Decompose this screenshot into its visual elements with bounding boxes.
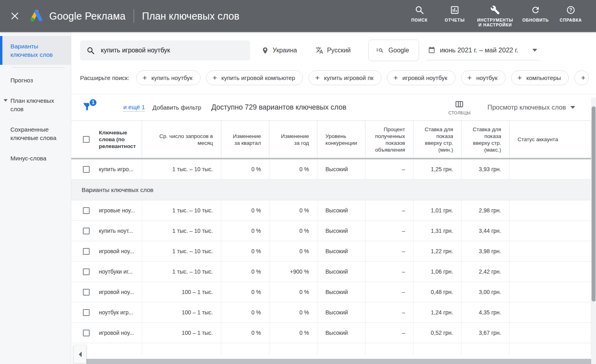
table-row: игровой ноу...100 – 1 тыс.0 %0 %Высокий–… bbox=[71, 323, 591, 343]
topbar-help-button[interactable]: ? СПРАВКА bbox=[555, 4, 586, 24]
keyword-cell: игровой ноу... bbox=[71, 241, 142, 261]
select-all-checkbox[interactable] bbox=[83, 136, 90, 143]
column-header[interactable]: Ключевые слова (по релевантност bbox=[71, 121, 142, 158]
row-checkbox[interactable] bbox=[83, 289, 90, 296]
cell-status bbox=[510, 323, 591, 343]
main-content: купить игровой ноутбук Украина Русский G… bbox=[71, 32, 596, 364]
cell-bid_min: 1,31 грн. bbox=[413, 221, 462, 241]
view-selector[interactable]: Просмотр ключевых слов bbox=[488, 104, 575, 111]
google-ads-logo: Google Реклама bbox=[29, 8, 126, 24]
cell-change_year: 0 % bbox=[269, 302, 317, 322]
chevron-down-icon[interactable] bbox=[4, 99, 8, 102]
cell-change_quarter bbox=[221, 343, 269, 355]
table-row-partial bbox=[71, 343, 591, 355]
cell-status bbox=[510, 262, 591, 282]
topbar-tools-button[interactable]: ИНСТРУМЕНТЫ И НАСТРОЙКИ bbox=[474, 4, 516, 29]
vertical-scrollbar[interactable] bbox=[591, 98, 596, 364]
sidebar-item-saved-keywords[interactable]: Сохраненные ключевые слова bbox=[0, 119, 71, 148]
cell-status bbox=[510, 200, 591, 220]
row-checkbox[interactable] bbox=[83, 207, 90, 214]
cell-bid_min: 1,06 грн. bbox=[413, 262, 462, 282]
cell-competition bbox=[317, 343, 365, 355]
date-range-selector[interactable]: июнь 2021 г. – май 2022 г. bbox=[426, 41, 540, 60]
keyword-chip[interactable]: +игровой ноутбук bbox=[387, 70, 456, 85]
cell-change_year: 0 % bbox=[269, 159, 317, 179]
topbar-search-button[interactable]: ПОИСК bbox=[404, 4, 435, 24]
cell-impr_share: – bbox=[365, 302, 413, 322]
row-checkbox[interactable] bbox=[83, 268, 90, 275]
chevron-down-icon bbox=[532, 49, 537, 52]
cell-impr_share: – bbox=[365, 323, 413, 343]
keyword-chip[interactable]: +купить ноутбук bbox=[136, 70, 201, 85]
keyword-cell: игровой ноу... bbox=[71, 323, 142, 343]
column-header[interactable]: Ставка для показа вверху стр. (мин.) bbox=[413, 121, 462, 158]
cell-searches: 1 тыс. – 10 тыс. bbox=[142, 159, 221, 179]
ads-logo-icon bbox=[29, 8, 44, 24]
filter-count-badge: 1 bbox=[89, 98, 97, 107]
row-checkbox[interactable] bbox=[83, 248, 90, 255]
column-header[interactable]: Статус аккаунта bbox=[510, 121, 591, 158]
cell-change_quarter: 0 % bbox=[221, 262, 269, 282]
column-header[interactable]: Изменение за год bbox=[269, 121, 317, 158]
chevron-down-icon bbox=[570, 106, 575, 109]
plus-icon: + bbox=[393, 74, 398, 82]
table-row: купить ноут...1 тыс. – 10 тыс.0 %0 %Высо… bbox=[71, 221, 591, 241]
cell-change_year bbox=[269, 343, 317, 355]
cell-status bbox=[510, 302, 591, 322]
sidebar-item-forecast[interactable]: Прогноз bbox=[0, 70, 71, 90]
filter-bar: 1 и ещё 1 Добавить фильтр Доступно 729 в… bbox=[71, 94, 596, 121]
columns-button[interactable]: СТОЛБЦЫ bbox=[448, 100, 471, 115]
vertical-scrollbar-thumb[interactable] bbox=[592, 106, 596, 302]
refresh-icon bbox=[531, 5, 540, 15]
keyword-chip[interactable]: +купить игровой пк bbox=[309, 70, 381, 85]
cell-change_quarter: 0 % bbox=[221, 323, 269, 343]
column-header[interactable]: Уровень конкуренции bbox=[317, 121, 365, 158]
close-icon[interactable] bbox=[6, 8, 23, 24]
cell-change_year: +900 % bbox=[269, 262, 317, 282]
horizontal-scrollbar[interactable] bbox=[86, 359, 596, 364]
keyword-cell: купить ноут... bbox=[71, 221, 142, 241]
toolbar: купить игровой ноутбук Украина Русский G… bbox=[71, 32, 596, 69]
keyword-chip[interactable]: +купить игровой компьютер bbox=[206, 70, 303, 85]
filter-funnel-icon[interactable]: 1 bbox=[82, 101, 94, 114]
add-filter-button[interactable]: Добавить фильтр bbox=[153, 104, 201, 111]
topbar-reports-button[interactable]: ОТЧЕТЫ bbox=[439, 4, 470, 24]
network-selector[interactable]: Google bbox=[368, 40, 419, 61]
table-body: купить игро...1 тыс. – 10 тыс.0 %0 %Высо… bbox=[71, 159, 591, 355]
column-header[interactable]: Изменение за квартал bbox=[221, 121, 269, 158]
location-pin-icon bbox=[261, 47, 269, 54]
sidebar-item-negative-keywords[interactable]: Минус-слова bbox=[0, 148, 71, 168]
cell-change_year: 0 % bbox=[269, 241, 317, 261]
column-header[interactable]: Процент полученных показов объявления bbox=[365, 121, 413, 158]
sidebar-item-keyword-plan[interactable]: План ключевых слов bbox=[0, 90, 71, 119]
row-checkbox[interactable] bbox=[83, 309, 90, 316]
more-filters-link[interactable]: и ещё 1 bbox=[123, 104, 145, 112]
column-header[interactable]: Ср. число запросов в месяц bbox=[142, 121, 221, 158]
table-row: игровые ноу...1 тыс. – 10 тыс.0 %0 %Высо… bbox=[71, 200, 591, 221]
sidebar-item-keyword-ideas[interactable]: Варианты ключевых слов bbox=[0, 36, 71, 65]
column-header[interactable]: Ставка для показа вверху стр. (макс.) bbox=[462, 121, 510, 158]
row-checkbox[interactable] bbox=[83, 228, 90, 234]
row-checkbox[interactable] bbox=[83, 330, 90, 336]
plus-icon: + bbox=[468, 74, 472, 82]
cell-impr_share: – bbox=[365, 241, 413, 261]
cell-bid_max: 3,67 грн. bbox=[462, 323, 510, 343]
top-bar: Google Реклама План ключевых слов ПОИСК … bbox=[0, 0, 596, 32]
horizontal-scrollbar-thumb[interactable] bbox=[86, 359, 596, 364]
svg-text:?: ? bbox=[569, 7, 572, 13]
plus-icon: + bbox=[315, 74, 319, 82]
section-header: Варианты ключевых слов bbox=[71, 180, 591, 200]
topbar-divider bbox=[134, 9, 134, 23]
row-checkbox[interactable] bbox=[83, 166, 90, 173]
language-selector[interactable]: Русский bbox=[315, 46, 351, 54]
keyword-chip[interactable]: +компьютеры bbox=[511, 70, 569, 85]
scroll-left-button[interactable] bbox=[74, 345, 86, 364]
cell-competition: Высокий bbox=[317, 323, 365, 343]
location-selector[interactable]: Украина bbox=[261, 47, 297, 54]
keywords-table: Ключевые слова (по релевантностСр. число… bbox=[71, 121, 591, 355]
keyword-chip[interactable]: +ноутбук bbox=[461, 70, 506, 85]
chip-partial[interactable]: + bbox=[574, 70, 589, 85]
topbar-refresh-button[interactable]: ОБНОВИТЬ bbox=[520, 4, 551, 24]
cell-impr_share: – bbox=[365, 221, 413, 241]
keyword-search-input[interactable]: купить игровой ноутбук bbox=[80, 40, 250, 60]
